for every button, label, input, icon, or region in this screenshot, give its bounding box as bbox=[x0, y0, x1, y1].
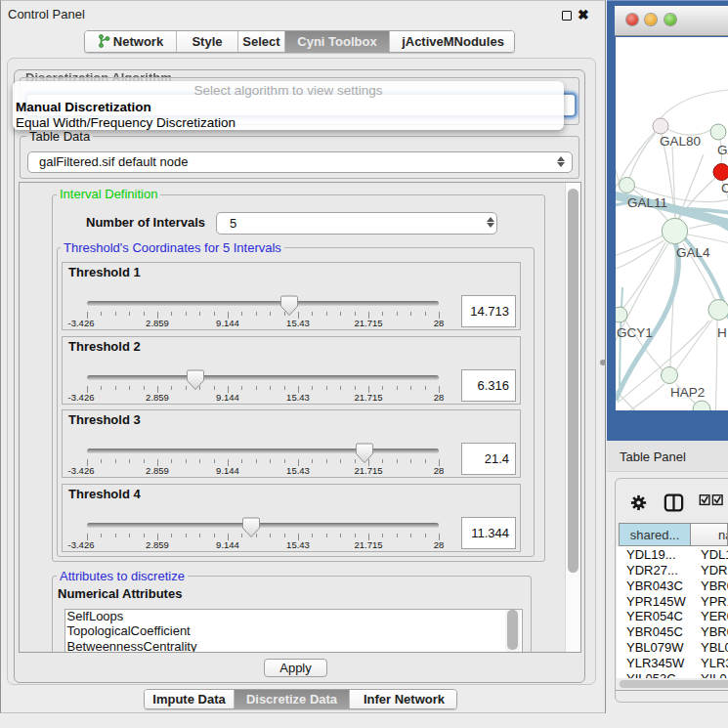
svg-text:GAL11: GAL11 bbox=[627, 195, 667, 210]
svg-text:HAP2: HAP2 bbox=[670, 385, 705, 400]
svg-text:H: H bbox=[717, 325, 727, 340]
svg-text:C: C bbox=[721, 181, 728, 195]
svg-text:GAL4: GAL4 bbox=[676, 245, 710, 260]
svg-text:GAL80: GAL80 bbox=[660, 134, 701, 149]
svg-text:GA: GA bbox=[717, 143, 728, 157]
svg-text:GCY1: GCY1 bbox=[617, 325, 653, 340]
